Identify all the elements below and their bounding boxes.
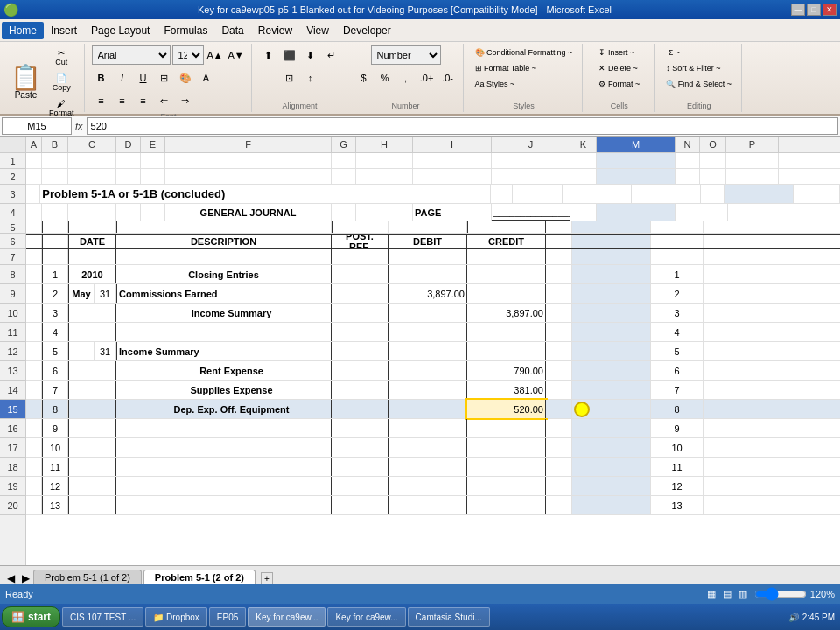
cell-j20[interactable] (467, 496, 546, 514)
cell-n13[interactable]: 6 (651, 361, 704, 380)
dec-decrease-button[interactable]: .0- (438, 68, 458, 88)
cell-k14[interactable] (546, 381, 572, 399)
cell-h1[interactable] (356, 153, 413, 168)
comma-button[interactable]: , (396, 68, 416, 88)
cell-m12[interactable] (572, 342, 651, 360)
cell-m13[interactable] (572, 361, 651, 380)
cell-m8[interactable] (572, 265, 651, 284)
cell-n5[interactable] (651, 221, 704, 233)
row-header-18[interactable]: 18 (0, 458, 25, 477)
cell-h2[interactable] (356, 169, 413, 184)
taskbar-dropbox[interactable]: 📁 Dropbox (145, 607, 207, 626)
cell-o1[interactable] (700, 153, 726, 168)
cell-n18[interactable]: 11 (651, 458, 704, 476)
row-header-17[interactable]: 17 (0, 438, 25, 458)
italic-button[interactable]: I (113, 68, 132, 88)
cell-f7[interactable] (116, 249, 332, 264)
cell-m7[interactable] (572, 249, 651, 264)
col-header-p[interactable]: P (726, 136, 779, 152)
cell-k1[interactable] (570, 153, 597, 168)
font-name-select[interactable]: Arial (92, 46, 171, 65)
cell-f16[interactable] (116, 419, 332, 438)
cell-i18[interactable] (388, 458, 467, 476)
conditional-formatting-button[interactable]: 🎨 Conditional Formatting ~ (471, 46, 578, 60)
cell-b15[interactable]: 8 (42, 400, 68, 418)
menu-formulas[interactable]: Formulas (157, 22, 214, 39)
cell-i20[interactable] (388, 496, 467, 514)
cell-j11[interactable] (467, 323, 546, 341)
cell-n7[interactable] (651, 249, 704, 264)
cell-i8[interactable] (388, 265, 467, 284)
cell-a12[interactable] (26, 342, 42, 360)
row-header-19[interactable]: 19 (0, 477, 25, 496)
cell-j16[interactable] (467, 419, 546, 438)
col-header-d[interactable]: D (116, 136, 141, 152)
cell-j9[interactable] (467, 284, 546, 303)
cell-n17[interactable]: 10 (651, 438, 704, 457)
cell-a14[interactable] (26, 381, 42, 399)
cell-i17[interactable] (388, 438, 467, 457)
cell-h18[interactable] (332, 458, 388, 476)
cell-e4[interactable] (141, 204, 165, 220)
taskbar-ep05[interactable]: EP05 (209, 607, 246, 626)
cell-m16[interactable] (572, 419, 651, 438)
cell-c12[interactable] (68, 342, 94, 360)
cell-m4[interactable] (597, 204, 676, 220)
cell-c2[interactable] (68, 169, 116, 184)
cell-m1[interactable] (597, 153, 676, 168)
cell-b9[interactable]: 2 (42, 284, 68, 303)
cell-j1[interactable] (492, 153, 570, 168)
sheet-tab-1[interactable]: Problem 5-1 (1 of 2) (33, 570, 142, 584)
cell-f9[interactable]: Commissions Earned (116, 284, 332, 303)
col-header-b[interactable]: B (42, 136, 68, 152)
cell-m3[interactable] (724, 185, 794, 203)
menu-developer[interactable]: Developer (336, 22, 398, 39)
cell-c19[interactable] (68, 477, 116, 495)
fill-color-button[interactable]: 🎨 (176, 68, 195, 88)
cell-f1[interactable] (165, 153, 332, 168)
cell-f11[interactable] (116, 323, 332, 341)
row-header-12[interactable]: 12 (0, 342, 25, 361)
cell-n15[interactable]: 8 (651, 400, 704, 418)
cell-i10[interactable] (388, 304, 467, 322)
cell-c16[interactable] (68, 419, 116, 438)
cell-j7[interactable] (467, 249, 546, 264)
cell-b17[interactable]: 10 (42, 438, 68, 457)
cell-a7[interactable] (26, 249, 42, 264)
cell-b11[interactable]: 4 (42, 323, 68, 341)
bold-button[interactable]: B (92, 68, 111, 88)
cell-h9[interactable] (332, 284, 388, 303)
sort-filter-button[interactable]: ↕ Sort & Filter ~ (662, 61, 724, 75)
cell-n2[interactable] (676, 169, 700, 184)
cell-b10[interactable]: 3 (42, 304, 68, 322)
cell-m15[interactable] (572, 400, 651, 418)
cell-j8[interactable] (467, 265, 546, 284)
cell-i16[interactable] (388, 419, 467, 438)
cell-c14[interactable] (68, 381, 116, 399)
cell-g4[interactable] (332, 204, 356, 220)
cell-k10[interactable] (546, 304, 572, 322)
cell-c4[interactable] (68, 204, 116, 220)
cell-f13[interactable]: Rent Expense (116, 361, 332, 380)
cell-k11[interactable] (546, 323, 572, 341)
maximize-button[interactable]: □ (807, 4, 821, 16)
cell-k12[interactable] (546, 342, 572, 360)
cell-a8[interactable] (26, 265, 42, 284)
row-header-14[interactable]: 14 (0, 381, 25, 400)
cell-n14[interactable]: 7 (651, 381, 704, 399)
cell-c12-31[interactable]: 31 (94, 342, 116, 360)
cell-j18[interactable] (467, 458, 546, 476)
cell-styles-button[interactable]: Aa Styles ~ (471, 77, 520, 91)
cell-n3[interactable] (794, 185, 840, 203)
row-header-16[interactable]: 16 (0, 419, 25, 438)
copy-button[interactable]: 📄Copy (45, 71, 79, 94)
font-size-select[interactable]: 12 (172, 46, 204, 65)
cell-c10[interactable] (68, 304, 116, 322)
menu-review[interactable]: Review (251, 22, 299, 39)
cell-m10[interactable] (572, 304, 651, 322)
menu-page-layout[interactable]: Page Layout (84, 22, 157, 39)
cell-j12[interactable] (467, 342, 546, 360)
cell-b1[interactable] (42, 153, 68, 168)
cell-f12[interactable]: Income Summary (116, 342, 332, 360)
cell-n6[interactable] (651, 234, 704, 248)
